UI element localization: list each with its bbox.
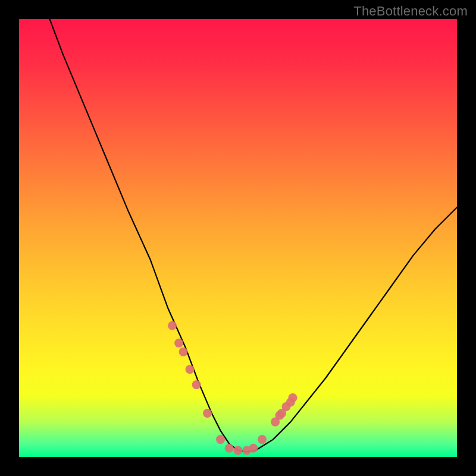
- curve-line: [50, 19, 458, 452]
- data-marker: [168, 321, 177, 330]
- curve-path: [50, 19, 458, 452]
- data-marker: [203, 409, 212, 418]
- data-marker: [225, 444, 234, 453]
- data-marker: [249, 444, 258, 453]
- chart-frame: TheBottleneck.com: [0, 0, 476, 476]
- plot-area: [19, 19, 457, 457]
- data-marker: [234, 446, 243, 455]
- data-marker: [216, 435, 225, 444]
- data-marker: [174, 339, 183, 347]
- data-marker: [192, 380, 201, 389]
- data-marker: [289, 393, 298, 402]
- data-marker: [258, 435, 267, 444]
- data-marker: [186, 365, 195, 374]
- data-marker: [179, 347, 188, 356]
- watermark-text: TheBottleneck.com: [353, 4, 468, 19]
- chart-svg: [19, 19, 457, 457]
